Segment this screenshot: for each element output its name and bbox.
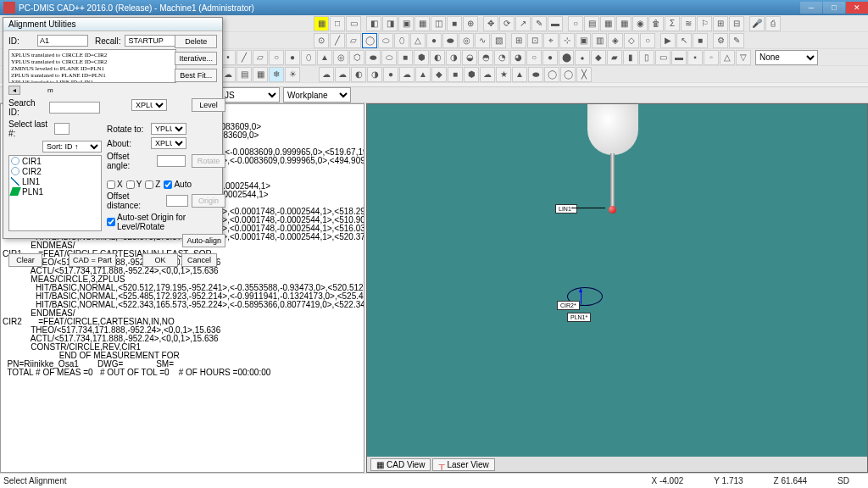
autoalign-button[interactable]: Auto-align	[182, 234, 225, 247]
weather20-icon[interactable]: ◯	[544, 67, 559, 82]
filled-icon[interactable]: ■	[447, 16, 462, 31]
cad-view-tab[interactable]: ▦CAD View	[370, 458, 431, 471]
feat-surf-icon[interactable]: ▧	[491, 33, 506, 48]
feat-ellipse-icon[interactable]: ⬭	[378, 33, 393, 48]
feature-list[interactable]: CIR1 CIR2 LIN1 PLN1	[8, 155, 102, 231]
shape-sq-icon[interactable]: ■	[398, 50, 413, 65]
feat-point-icon[interactable]: ⊙	[314, 33, 329, 48]
cube2-icon[interactable]: ◨	[382, 16, 398, 31]
play-icon[interactable]: ▶	[660, 33, 676, 48]
wand-icon[interactable]: ✎	[531, 16, 547, 31]
align2-icon[interactable]: ⊡	[527, 33, 542, 48]
aux-select-1[interactable]: JS	[220, 87, 280, 103]
shade-icon[interactable]: ○	[568, 16, 583, 31]
weather2-icon[interactable]: ▤	[236, 67, 252, 82]
mic-icon[interactable]: 🎤	[749, 16, 765, 31]
shape-c4-icon[interactable]: ◓	[478, 50, 493, 65]
shape-c14-icon[interactable]: ▯	[639, 50, 654, 65]
shape-set-icon[interactable]: ⬢	[414, 50, 429, 65]
weather6-icon[interactable]: ☁	[319, 67, 334, 82]
align5-icon[interactable]: ▣	[576, 33, 591, 48]
align7-icon[interactable]: ◈	[608, 33, 623, 48]
rotate-button[interactable]: Rotate	[192, 154, 225, 168]
shape-sphere-icon[interactable]: ●	[285, 50, 300, 65]
z-checkbox[interactable]: Z	[145, 180, 160, 189]
origin-button[interactable]: Origin	[192, 194, 225, 208]
autoset-checkbox[interactable]: Auto-set Origin for Level/Rotate	[107, 213, 225, 231]
shape-plane-icon[interactable]: ▱	[253, 50, 268, 65]
align8-icon[interactable]: ◇	[624, 33, 639, 48]
feat-slot-icon[interactable]: ⬬	[442, 33, 458, 48]
shape-c11-icon[interactable]: ◆	[591, 50, 606, 65]
close-button[interactable]: ✕	[846, 2, 868, 14]
weather12-icon[interactable]: ▲	[415, 67, 431, 82]
delete-button[interactable]: Delete	[175, 35, 217, 48]
shape-c7-icon[interactable]: ○	[526, 50, 542, 65]
shape-circle-icon[interactable]: ○	[269, 50, 284, 65]
laser-view-tab[interactable]: ┬Laser View	[432, 458, 494, 471]
shape-hex-icon[interactable]: ⬡	[349, 50, 364, 65]
shape-c13-icon[interactable]: ▮	[623, 50, 638, 65]
lin1-label[interactable]: LIN1*	[555, 204, 577, 214]
offsetangle-input[interactable]	[157, 155, 186, 167]
iterative-button[interactable]: Iterative...	[175, 52, 217, 65]
weather7-icon[interactable]: ☁	[335, 67, 350, 82]
shape-c5-icon[interactable]: ◔	[494, 50, 509, 65]
cursor-icon[interactable]: ↖	[676, 33, 692, 48]
weather16-icon[interactable]: ☁	[480, 67, 495, 82]
feat-line-icon[interactable]: ╱	[330, 33, 345, 48]
tools1-icon[interactable]: ⚙	[713, 33, 728, 48]
shape-c6-icon[interactable]: ◕	[510, 50, 526, 65]
pln1-label[interactable]: PLN1*	[567, 313, 591, 322]
id-input[interactable]	[37, 35, 88, 47]
shape-torus-icon[interactable]: ◎	[333, 50, 348, 65]
cube4-icon[interactable]: ▦	[415, 16, 430, 31]
sort-select[interactable]: Sort: ID ↑	[42, 141, 102, 152]
weather3-icon[interactable]: ▦	[253, 67, 268, 82]
align3-icon[interactable]: ⌖	[543, 33, 559, 48]
shape-c20-icon[interactable]: ▽	[736, 50, 751, 65]
ruler-icon[interactable]: ▬	[548, 16, 563, 31]
dim-icon[interactable]: ≋	[681, 16, 696, 31]
y-checkbox[interactable]: Y	[126, 180, 142, 189]
open-icon[interactable]: ▭	[346, 16, 361, 31]
alignment-description[interactable]: XPLUS translated to CIRCLE ID=CIR2 YPLUS…	[8, 49, 176, 83]
about-select[interactable]: XPLUS	[151, 137, 186, 149]
shape-c16-icon[interactable]: ▬	[671, 50, 687, 65]
weather14-icon[interactable]: ■	[448, 67, 463, 82]
shape-c15-icon[interactable]: ▭	[655, 50, 670, 65]
graphics-view[interactable]: LIN1* CIR2* PLN1* ▦CAD View ┬Laser View	[366, 103, 868, 473]
axis1-select[interactable]: XPLUS	[131, 99, 167, 111]
feat-plane-icon[interactable]: ▱	[346, 33, 361, 48]
level-button[interactable]: Level	[192, 98, 225, 112]
feat-sphere-icon[interactable]: ●	[426, 33, 442, 48]
shape-c17-icon[interactable]: ▪	[687, 50, 703, 65]
feat-cone-icon[interactable]: △	[410, 33, 426, 48]
clear-button[interactable]: Clear	[8, 253, 42, 267]
feat-torus-icon[interactable]: ◎	[459, 33, 474, 48]
x-checkbox[interactable]: X	[107, 180, 123, 189]
weather15-icon[interactable]: ⬢	[464, 67, 479, 82]
maximize-button[interactable]: □	[823, 2, 845, 14]
align6-icon[interactable]: ▥	[592, 33, 607, 48]
align4-icon[interactable]: ⊹	[559, 33, 575, 48]
shape-c2-icon[interactable]: ◑	[446, 50, 461, 65]
stop-icon[interactable]: ■	[693, 33, 708, 48]
weather17-icon[interactable]: ★	[496, 67, 511, 82]
cube1-icon[interactable]: ◧	[366, 16, 381, 31]
pick-icon[interactable]: ↗	[515, 16, 531, 31]
ok-button[interactable]: OK	[142, 253, 178, 267]
shape-rslot-icon[interactable]: ⬭	[381, 50, 397, 65]
search-input[interactable]	[49, 102, 100, 114]
weather18-icon[interactable]: ▲	[512, 67, 527, 82]
trash-icon[interactable]: 🗑	[648, 16, 664, 31]
shape-c10-icon[interactable]: ⬥	[575, 50, 590, 65]
weather11-icon[interactable]: ☁	[399, 67, 415, 82]
shape-cone-icon[interactable]: ▲	[317, 50, 332, 65]
cube3-icon[interactable]: ▣	[398, 16, 414, 31]
grid-icon[interactable]: ▦	[314, 16, 329, 31]
weather21-icon[interactable]: ◯	[560, 67, 576, 82]
weather22-icon[interactable]: ╳	[576, 67, 592, 82]
shape-c19-icon[interactable]: △	[720, 50, 735, 65]
shape-slot-icon[interactable]: ⬬	[365, 50, 381, 65]
